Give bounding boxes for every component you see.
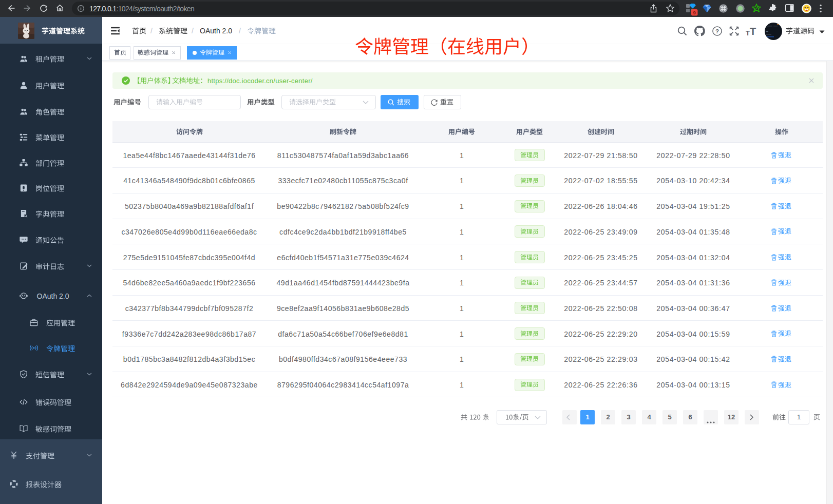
svg-text:9: 9 [693, 10, 696, 15]
svg-text:?: ? [715, 28, 719, 34]
